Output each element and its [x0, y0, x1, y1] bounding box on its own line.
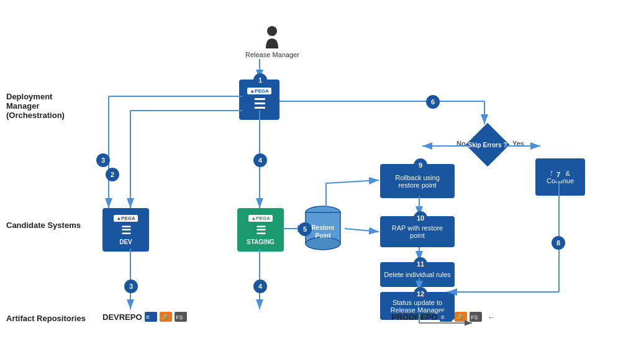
svg-text:FS: FS [176, 314, 183, 321]
circle-12: 12 [414, 287, 427, 301]
circle-9: 9 [414, 158, 427, 172]
circle-1: 1 [253, 73, 267, 87]
circle-8: 8 [552, 236, 565, 250]
pega-logo-dev: ▲PEGA [114, 215, 138, 222]
circle-3b: 3 [124, 280, 138, 293]
candidate-systems-label: Candidate Systems [6, 221, 81, 230]
circle-4a: 4 [253, 153, 267, 167]
devrepo-label: DEVREPO ≡ 🐝 FS [102, 312, 187, 322]
svg-point-25 [267, 26, 277, 36]
deployment-manager-label: Deployment Manager(Orchestration) [6, 92, 87, 120]
staging-box: ▲PEGA ☰ STAGING [237, 208, 284, 252]
circle-6: 6 [426, 95, 440, 109]
circle-7: 7 [552, 168, 565, 181]
circle-2: 2 [106, 168, 119, 181]
circle-11: 11 [414, 257, 427, 271]
pega-logo-dm: ▲PEGA [247, 88, 271, 94]
yes-label: Yes [512, 140, 524, 147]
svg-text:FS: FS [471, 314, 478, 321]
svg-line-11 [345, 229, 379, 232]
pega-logo-staging: ▲PEGA [248, 215, 273, 222]
staging-icon: ☰ [256, 224, 266, 237]
dev-icon: ☰ [121, 224, 131, 237]
circle-4b: 4 [253, 280, 267, 293]
release-manager-person: Release Manager [245, 25, 299, 58]
dm-icon: ☰ [253, 96, 266, 112]
svg-line-13 [326, 180, 379, 183]
skip-errors-diamond: Skip Errors ? [466, 123, 509, 166]
diagram: Deployment Manager(Orchestration) Candid… [0, 0, 636, 364]
svg-text:≡: ≡ [146, 314, 150, 321]
circle-3a: 3 [96, 153, 110, 167]
svg-text:≡: ≡ [441, 314, 445, 321]
svg-text:🐝: 🐝 [161, 313, 169, 321]
circle-10: 10 [414, 211, 427, 225]
svg-text:🐝: 🐝 [456, 313, 464, 321]
circle-5: 5 [298, 222, 312, 236]
artifact-repositories-label: Artifact Repositories [6, 314, 86, 323]
prodrepo-label: PRODREPO ≡ 🐝 FS ← [391, 312, 495, 322]
no-label: No [457, 140, 466, 147]
dev-box: ▲PEGA ☰ DEV [102, 208, 149, 252]
